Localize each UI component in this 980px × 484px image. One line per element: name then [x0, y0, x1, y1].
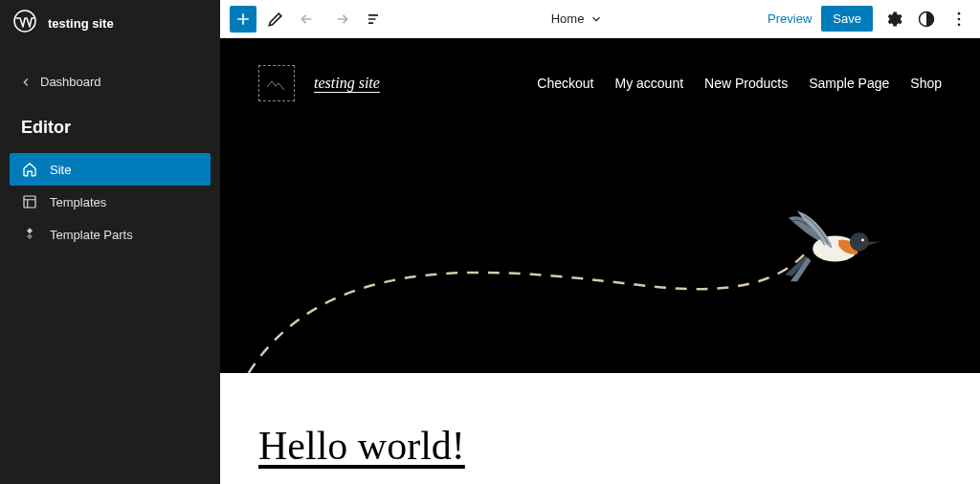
back-label: Dashboard — [40, 75, 101, 89]
more-options-button[interactable] — [947, 8, 970, 31]
edit-tools-button[interactable] — [262, 6, 289, 33]
sidebar-item-templates[interactable]: Templates — [10, 186, 211, 218]
toolbar-left — [230, 6, 387, 33]
template-parts-icon — [21, 226, 38, 243]
editor-canvas[interactable]: testing site Checkout My account New Pro… — [220, 38, 980, 484]
svg-point-3 — [958, 11, 961, 14]
settings-button[interactable] — [882, 8, 905, 31]
menu-item[interactable]: Shop — [910, 76, 942, 91]
templates-icon — [21, 193, 38, 210]
back-to-dashboard[interactable]: Dashboard — [0, 67, 220, 97]
site-header-block[interactable]: testing site Checkout My account New Pro… — [220, 38, 980, 373]
sidebar-nav: Site Templates Template Parts — [0, 153, 220, 251]
menu-item[interactable]: Checkout — [537, 76, 593, 91]
gear-icon — [884, 10, 903, 29]
svg-point-8 — [861, 239, 864, 242]
sidebar-item-template-parts[interactable]: Template Parts — [10, 218, 211, 251]
redo-icon — [331, 10, 350, 29]
wordpress-logo-icon[interactable] — [13, 10, 36, 36]
document-title: Home — [551, 11, 585, 26]
site-name[interactable]: testing site — [48, 16, 114, 31]
sidebar-item-label: Templates — [50, 195, 106, 209]
menu-item[interactable]: New Products — [704, 76, 788, 91]
sidebar-item-site[interactable]: Site — [10, 153, 211, 186]
primary-menu: Checkout My account New Products Sample … — [537, 76, 942, 91]
list-icon — [364, 10, 383, 29]
chevron-down-icon — [590, 12, 603, 26]
contrast-icon — [917, 10, 936, 29]
undo-button[interactable] — [295, 6, 322, 33]
toolbar-right: Preview Save — [768, 6, 970, 32]
plus-icon — [234, 10, 253, 29]
add-block-button[interactable] — [230, 6, 256, 33]
site-title[interactable]: testing site — [314, 75, 380, 92]
kebab-icon — [949, 10, 969, 29]
menu-item[interactable]: My account — [614, 76, 683, 91]
redo-button[interactable] — [327, 6, 354, 33]
document-title-dropdown[interactable]: Home — [387, 11, 768, 26]
styles-button[interactable] — [915, 8, 938, 31]
main-area: Home Preview Save — [220, 0, 980, 484]
svg-point-7 — [850, 232, 869, 252]
svg-point-5 — [958, 23, 961, 26]
home-icon — [21, 161, 38, 178]
preview-button[interactable]: Preview — [768, 11, 812, 26]
sidebar-item-label: Site — [50, 163, 71, 177]
pencil-icon — [266, 10, 285, 29]
undo-icon — [299, 10, 318, 29]
editor-toolbar: Home Preview Save — [220, 0, 980, 38]
save-button[interactable]: Save — [821, 6, 873, 32]
svg-point-4 — [958, 17, 961, 20]
menu-item[interactable]: Sample Page — [809, 76, 889, 91]
sidebar-header: testing site — [0, 0, 220, 50]
chevron-left-icon — [19, 76, 33, 89]
bird-illustration — [779, 206, 884, 292]
list-view-button[interactable] — [360, 6, 387, 33]
image-placeholder-icon — [265, 76, 288, 91]
editor-sidebar: testing site Dashboard Editor Site Templ… — [0, 0, 220, 484]
sidebar-item-label: Template Parts — [50, 228, 133, 242]
page-content[interactable]: Hello world! — [220, 373, 980, 484]
svg-rect-1 — [24, 196, 35, 208]
post-title[interactable]: Hello world! — [258, 423, 942, 469]
site-logo-placeholder[interactable] — [258, 65, 295, 101]
sidebar-section-title: Editor — [0, 97, 220, 153]
site-nav-row: testing site Checkout My account New Pro… — [220, 38, 980, 128]
